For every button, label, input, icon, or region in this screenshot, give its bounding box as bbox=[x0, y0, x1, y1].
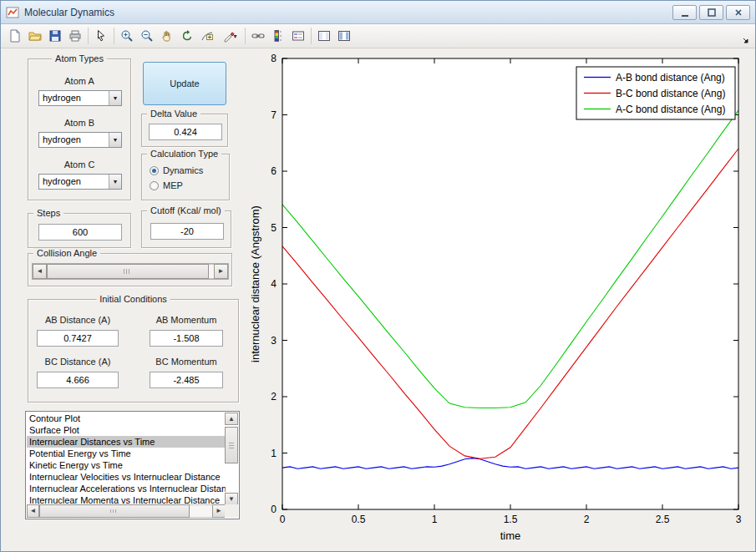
figure-toolbar: ▾ bbox=[1, 24, 755, 48]
list-item[interactable]: Internuclear Accelerations vs Internucle… bbox=[27, 483, 226, 494]
collision-angle-group: Collision Angle ◄ ► bbox=[28, 253, 232, 286]
maximize-button[interactable] bbox=[699, 5, 723, 20]
delta-value-field[interactable] bbox=[149, 124, 222, 140]
svg-text:6: 6 bbox=[271, 165, 277, 177]
list-scroll-right-arrow[interactable]: ► bbox=[212, 504, 226, 518]
ab-momentum-field[interactable] bbox=[150, 330, 223, 347]
zoom-in-button[interactable] bbox=[117, 26, 137, 46]
pan-button[interactable] bbox=[157, 26, 177, 46]
close-button[interactable] bbox=[726, 5, 750, 20]
svg-text:A-C bond distance (Ang): A-C bond distance (Ang) bbox=[616, 104, 725, 115]
list-hscroll-thumb[interactable] bbox=[39, 504, 190, 518]
pan-hand-icon bbox=[160, 29, 174, 43]
plot-type-listbox[interactable]: Contour PlotSurface PlotInternuclear Dis… bbox=[25, 411, 240, 519]
slider-right-arrow[interactable]: ► bbox=[214, 264, 228, 279]
insert-legend-button[interactable] bbox=[288, 26, 308, 46]
list-scroll-left-arrow[interactable]: ◄ bbox=[27, 504, 39, 518]
radio-dynamics[interactable]: Dynamics bbox=[150, 165, 203, 176]
update-button[interactable]: Update bbox=[143, 62, 226, 105]
bc-momentum-label: BC Momentum bbox=[149, 357, 224, 367]
data-cursor-icon bbox=[200, 29, 214, 43]
svg-text:1: 1 bbox=[432, 514, 438, 525]
toolbar-overflow-arrow-icon[interactable] bbox=[742, 37, 750, 45]
svg-text:7: 7 bbox=[271, 109, 277, 121]
svg-text:2: 2 bbox=[584, 514, 590, 525]
chevron-down-icon[interactable]: ▼ bbox=[109, 133, 121, 147]
minimize-button[interactable] bbox=[672, 5, 697, 20]
atom-a-selected-value: hydrogen bbox=[39, 91, 109, 105]
rotate-3d-button[interactable] bbox=[177, 26, 197, 46]
atom-a-label: Atom A bbox=[28, 76, 130, 86]
radio-button-icon[interactable] bbox=[150, 181, 159, 190]
brush-data-button[interactable]: ▾ bbox=[217, 26, 242, 46]
initial-conditions-title: Initial Conditions bbox=[96, 294, 170, 304]
new-figure-button[interactable] bbox=[5, 26, 25, 46]
scrollbar-corner bbox=[225, 504, 238, 518]
svg-text:1.5: 1.5 bbox=[504, 514, 518, 525]
chevron-down-icon[interactable]: ▼ bbox=[109, 175, 121, 189]
bc-distance-field[interactable] bbox=[37, 372, 119, 388]
open-file-button[interactable] bbox=[25, 26, 45, 46]
cutoff-title: Cutoff (Kcal/ mol) bbox=[147, 205, 225, 215]
chevron-down-icon[interactable]: ▼ bbox=[109, 91, 121, 105]
close-icon bbox=[733, 7, 744, 18]
slider-left-arrow[interactable]: ◄ bbox=[33, 264, 47, 279]
legend-icon bbox=[292, 29, 305, 43]
atom-b-dropdown[interactable]: hydrogen ▼ bbox=[38, 132, 122, 148]
atom-b-label: Atom B bbox=[28, 118, 130, 128]
list-item[interactable]: Potential Energy vs Time bbox=[27, 448, 226, 459]
insert-colorbar-button[interactable] bbox=[268, 26, 288, 46]
edit-plot-button[interactable] bbox=[91, 26, 111, 46]
window-controls bbox=[672, 5, 750, 20]
plot-type-list-items: Contour PlotSurface PlotInternuclear Dis… bbox=[27, 413, 226, 506]
pointer-arrow-icon bbox=[94, 29, 108, 43]
svg-text:3: 3 bbox=[736, 514, 742, 525]
bc-momentum-field[interactable] bbox=[150, 372, 223, 388]
save-floppy-icon bbox=[48, 29, 62, 43]
list-vscroll-thumb[interactable] bbox=[225, 427, 238, 463]
show-plot-tools-icon bbox=[337, 29, 351, 43]
open-folder-icon bbox=[28, 29, 42, 43]
steps-group: Steps bbox=[28, 213, 131, 248]
window-title: Molecular Dynamics bbox=[24, 7, 114, 18]
list-item[interactable]: Kinetic Energy vs Time bbox=[27, 459, 226, 471]
rotate-3d-icon bbox=[180, 29, 194, 43]
data-cursor-button[interactable] bbox=[197, 26, 217, 46]
brush-dropdown-arrow-icon[interactable]: ▾ bbox=[233, 33, 236, 40]
radio-button-icon[interactable] bbox=[150, 166, 159, 175]
svg-text:0.5: 0.5 bbox=[352, 514, 366, 525]
figure-client-area: Atom Types Atom A hydrogen ▼ Atom B hydr… bbox=[1, 48, 755, 551]
calculation-type-title: Calculation Type bbox=[147, 149, 221, 159]
atom-a-dropdown[interactable]: hydrogen ▼ bbox=[38, 90, 122, 106]
radio-dynamics-label: Dynamics bbox=[163, 165, 203, 175]
printer-icon bbox=[68, 29, 82, 43]
toolbar-separator bbox=[245, 28, 246, 44]
svg-text:internuclear distance (Angstro: internuclear distance (Angstrom) bbox=[249, 205, 261, 362]
list-item[interactable]: Contour Plot bbox=[27, 413, 226, 424]
list-item[interactable]: Surface Plot bbox=[27, 424, 226, 436]
show-plot-tools-button[interactable] bbox=[334, 26, 354, 46]
list-hscroll-track[interactable] bbox=[190, 504, 212, 518]
list-item[interactable]: Internuclear Distances vs Time bbox=[27, 436, 226, 448]
zoom-out-button[interactable] bbox=[137, 26, 157, 46]
collision-angle-slider[interactable]: ◄ ► bbox=[32, 263, 229, 280]
link-chain-icon bbox=[251, 29, 265, 43]
atom-c-selected-value: hydrogen bbox=[39, 175, 109, 189]
list-scroll-up-arrow[interactable]: ▲ bbox=[225, 413, 238, 425]
plot-axes: 00.511.522.53012345678timeinternuclear d… bbox=[246, 48, 755, 551]
link-plot-button[interactable] bbox=[248, 26, 268, 46]
print-figure-button[interactable] bbox=[65, 26, 85, 46]
list-item[interactable]: Internuclear Velocities vs Internuclear … bbox=[27, 471, 226, 483]
save-figure-button[interactable] bbox=[45, 26, 65, 46]
svg-text:5: 5 bbox=[271, 222, 277, 234]
slider-thumb[interactable] bbox=[47, 264, 209, 279]
collision-angle-label: Collision Angle bbox=[33, 248, 100, 258]
steps-field[interactable] bbox=[38, 224, 122, 241]
titlebar: Molecular Dynamics bbox=[1, 1, 755, 24]
atom-b-selected-value: hydrogen bbox=[39, 133, 109, 147]
ab-distance-field[interactable] bbox=[37, 330, 119, 347]
hide-plot-tools-button[interactable] bbox=[314, 26, 334, 46]
atom-c-dropdown[interactable]: hydrogen ▼ bbox=[38, 174, 122, 190]
cutoff-field[interactable] bbox=[150, 223, 224, 240]
radio-mep[interactable]: MEP bbox=[150, 180, 183, 191]
